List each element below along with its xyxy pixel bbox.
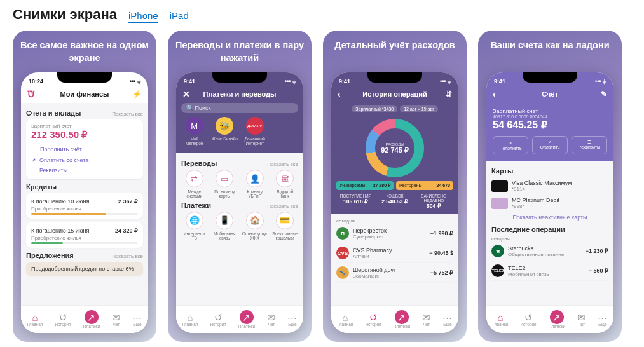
back-icon[interactable]: ‹ [338,89,341,99]
action-pay[interactable]: ↗Оплатить [532,136,568,154]
screen-header: ᙈ Мои финансы ⚡ [21,88,148,103]
transfer-2[interactable]: ▭По номеру карты [212,170,238,198]
favorite-2[interactable]: 🐝Жене Билайн [212,117,238,146]
payment-2[interactable]: 📱Мобильная связь [212,212,238,240]
logo-icon: ᙈ [27,89,35,100]
favorite-1[interactable]: MМой Мегафон [181,117,208,146]
filter-period[interactable]: 12 авг – 19 авг [400,105,438,112]
tab-history[interactable]: ↺История [365,313,381,327]
screenshots-header: Снимки экрана iPhone iPad [13,6,631,23]
offer-card[interactable]: Предодобренный кредит по ставке 6% [26,262,143,276]
search-input[interactable]: 🔍 Поиск [181,103,298,113]
action-details[interactable]: ☰Реквизиты [31,165,138,175]
section-credits: Кредиты [26,183,143,191]
action-topup[interactable]: ＋Пополнить счёт [31,143,138,155]
section-offers: ПредложенияПоказать все [26,252,143,259]
tab-more[interactable]: ⋯Ещё [132,313,142,327]
screen-title: Счёт [542,90,558,98]
screen-title: Платежи и переводы [203,90,277,98]
tab-payments[interactable]: ↗Платежи [83,310,100,329]
notch [523,72,577,83]
screenshot-1[interactable]: Все самое важное на одном экране 10:24••… [13,31,156,342]
filter-icon[interactable]: ⇵ [446,90,452,99]
screenshot-caption: Переводы и платежи в пару нажатий [174,39,305,65]
tab-payments[interactable]: ↗Платежи [238,310,255,329]
payment-3[interactable]: 🏠Оплата услуг ЖКХ [242,212,268,240]
payment-4[interactable]: 💳Электронные кошельки [272,212,299,240]
transfer-3[interactable]: 👤Клиенту УБРиР [242,170,268,198]
tab-history[interactable]: ↺История [55,313,71,327]
payment-1[interactable]: 🌐Интернет и ТВ [181,212,208,240]
transfer-1[interactable]: ⇄Между счетами [181,170,208,198]
tab-more[interactable]: ⋯Ещё [442,313,452,327]
tab-chat[interactable]: ✉Чат [422,313,430,327]
phone-mock: 9:41••• ⏚ ‹ История операций ⇵ Зарплатны… [331,72,458,333]
screenshot-3[interactable]: Детальный учёт расходов 9:41••• ⏚ ‹ Исто… [323,31,467,342]
card-row[interactable]: Visa Classic Максимум*0114 [491,177,608,194]
tab-more[interactable]: ⋯Ещё [287,313,297,327]
operation-row[interactable]: 🐾Шерстяной другЗоомагазин−5 752 ₽ [336,263,453,283]
account-balance: 212 350.50 ₽ [31,129,138,140]
transfer-4[interactable]: 🏛В другой банк [272,170,299,198]
section-transfers: ПереводыПоказать все [181,160,298,167]
screenshot-4[interactable]: Ваши счета как на ладони 9:41••• ⏚ ‹ Счё… [478,31,622,342]
phone-mock: 9:41••• ⏚ ‹ Счёт ✎ Зарплатный счет 40817… [486,72,613,333]
status-time: 10:24 [29,78,43,85]
section-title: Снимки экрана [13,6,117,23]
balance: 54 645.25 ₽ [493,119,607,131]
summary-stats: ПОСТУПЛЕНИЯ105 616 ₽ КЭШБЭК2 540.53 ₽ ЗА… [336,194,453,209]
notch [212,72,267,83]
tab-home[interactable]: ⌂Главная [27,313,43,327]
category-chip-1[interactable]: Универсамы37 280 ₽ [336,181,394,190]
edit-icon[interactable]: ✎ [601,90,607,99]
bolt-icon[interactable]: ⚡ [132,90,142,99]
tab-ipad[interactable]: iPad [170,10,189,22]
action-details[interactable]: ☰Реквизиты [572,136,607,154]
expenses-donut: РАСХОДЫ92 745 ₽ [336,115,453,181]
tab-history[interactable]: ↺История [210,313,226,327]
operation-row[interactable]: ППерекрестокСупермаркет−1 990 ₽ [336,224,453,243]
phone-mock: 9:41••• ⏚ ✕ Платежи и переводы 🔍 Поиск M… [176,72,303,333]
arrow-icon: ↗ [31,157,36,163]
tab-payments[interactable]: ↗Платежи [394,310,410,329]
tab-iphone[interactable]: iPhone [128,10,158,23]
operation-row[interactable]: ★StarbucksОбщественное питание−1 230 ₽ [491,242,608,261]
tab-history[interactable]: ↺История [520,313,536,327]
filter-card[interactable]: Зарплатный *3430 [352,105,397,112]
account-card[interactable]: Зарплатный счет 212 350.50 ₽ ＋Пополнить … [26,119,143,179]
screenshot-2[interactable]: Переводы и платежи в пару нажатий 9:41••… [168,31,312,342]
notch [367,72,422,83]
back-icon[interactable]: ✕ [182,89,190,99]
screen-title: Мои финансы [60,90,109,98]
tab-more[interactable]: ⋯Ещё [598,313,607,327]
date-label: сегодня [336,218,453,224]
operation-row[interactable]: TELE2TELE2Мобильная связь− 560 ₽ [491,261,608,281]
tab-home[interactable]: ⌂Главная [182,313,198,327]
operation-row[interactable]: CVSCVS PharmacyАптеки− 90.45 $ [336,243,453,263]
action-pay[interactable]: ↗Оплатить со счета [31,155,138,165]
tab-home[interactable]: ⌂Главная [338,313,353,327]
section-payments: ПлатежиПоказать все [181,201,298,209]
phone-mock: 10:24••• ⏚ ᙈ Мои финансы ⚡ Счета и вклад… [21,72,148,333]
section-last-ops: Последние операции [491,226,608,233]
doc-icon: ☰ [31,167,36,174]
tab-bar: ⌂Главная ↺История ↗Платежи ✉Чат ⋯Ещё [176,305,303,333]
credit-card-2[interactable]: К погашению 15 июня24 320 ₽ Приобретение… [26,222,143,248]
category-chip-2[interactable]: Рестораны24 670 [396,181,453,190]
tab-chat[interactable]: ✉Чат [577,313,586,327]
tab-payments[interactable]: ↗Платежи [549,310,565,329]
screen-header: ✕ Платежи и переводы [176,88,303,103]
card-row[interactable]: MC Platinum Debit*9984 [491,194,608,212]
tab-bar: ⌂Главная ↺История ↗Платежи ✉Чат ⋯Ещё [21,305,148,333]
credit-card-1[interactable]: К погашению 10 июня2 367 ₽ Приобретение … [26,193,143,219]
tab-home[interactable]: ⌂Главная [493,313,509,327]
tab-chat[interactable]: ✉Чат [267,313,275,327]
back-icon[interactable]: ‹ [493,89,496,99]
notch [57,72,112,83]
tab-chat[interactable]: ✉Чат [112,313,120,327]
show-inactive-link[interactable]: Показать неактивные карты [491,212,608,223]
screen-header: ‹ Счёт ✎ [486,88,613,103]
action-topup[interactable]: ＋Пополнить [493,136,528,154]
screen-title: История операций [362,90,427,98]
favorite-3[interactable]: ДОМ.РУДомашний Интернет [242,117,268,146]
